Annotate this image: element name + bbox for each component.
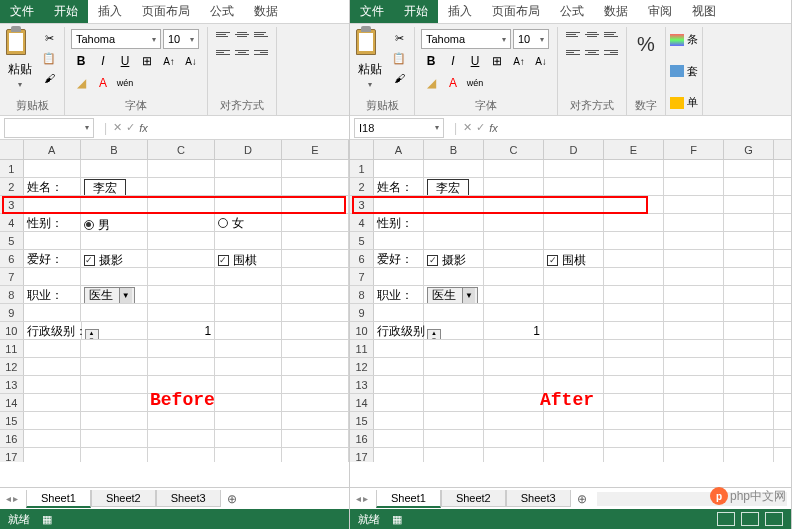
- cell[interactable]: [148, 160, 215, 177]
- cell[interactable]: [148, 196, 215, 213]
- cell[interactable]: [215, 340, 282, 357]
- radio-female[interactable]: 女: [218, 214, 244, 231]
- cell[interactable]: [424, 160, 484, 177]
- spreadsheet-grid[interactable]: A B C D E F G 12姓名：李宏34性别：56爱好：✓摄影✓围棋78职…: [350, 140, 791, 462]
- cell[interactable]: [604, 178, 664, 195]
- cell[interactable]: [724, 250, 774, 267]
- cell[interactable]: [148, 448, 215, 462]
- cell[interactable]: [724, 394, 774, 411]
- cell[interactable]: [604, 322, 664, 339]
- row-header[interactable]: 17: [0, 448, 24, 462]
- sheet-nav-last-icon[interactable]: ▸: [363, 493, 368, 504]
- cell[interactable]: [664, 160, 724, 177]
- font-color-button[interactable]: A: [93, 73, 113, 93]
- cell[interactable]: [282, 304, 349, 321]
- select-all-corner[interactable]: [350, 140, 374, 159]
- cell[interactable]: [604, 430, 664, 447]
- cell[interactable]: [215, 322, 282, 339]
- cell[interactable]: [604, 214, 664, 231]
- spreadsheet-grid[interactable]: A B C D E 12姓名：李宏34性别：男女56爱好：✓摄影✓围棋78职业：…: [0, 140, 349, 462]
- rank-spinner[interactable]: ▲▼: [427, 329, 441, 339]
- row-header[interactable]: 13: [0, 376, 24, 393]
- copy-button[interactable]: 📋: [390, 49, 408, 67]
- sheet-nav-last-icon[interactable]: ▸: [13, 493, 18, 504]
- cell[interactable]: [484, 196, 544, 213]
- row-header[interactable]: 3: [0, 196, 24, 213]
- cell[interactable]: [604, 412, 664, 429]
- cell[interactable]: [544, 196, 604, 213]
- italic-button[interactable]: I: [93, 51, 113, 71]
- cell[interactable]: [484, 250, 544, 267]
- cell[interactable]: [215, 448, 282, 462]
- cell[interactable]: ▲▼: [82, 322, 149, 339]
- row-header[interactable]: 12: [0, 358, 24, 375]
- cell[interactable]: [484, 394, 544, 411]
- cell[interactable]: [544, 412, 604, 429]
- cell[interactable]: [604, 304, 664, 321]
- cell[interactable]: [215, 232, 282, 249]
- cell[interactable]: [424, 304, 484, 321]
- sheet-nav-first-icon[interactable]: ◂: [356, 493, 361, 504]
- cell[interactable]: [215, 196, 282, 213]
- cell[interactable]: [724, 376, 774, 393]
- row-header[interactable]: 10: [0, 322, 24, 339]
- tab-insert[interactable]: 插入: [88, 0, 132, 23]
- cell[interactable]: [282, 412, 349, 429]
- cell[interactable]: [24, 448, 81, 462]
- number-format-button[interactable]: %: [633, 29, 659, 60]
- cell[interactable]: [424, 376, 484, 393]
- page-break-view-button[interactable]: [765, 512, 783, 526]
- cell[interactable]: [724, 178, 774, 195]
- row-header[interactable]: 16: [0, 430, 24, 447]
- name-box[interactable]: I18▾: [354, 118, 444, 138]
- cell[interactable]: [724, 430, 774, 447]
- cell[interactable]: 爱好：: [24, 250, 81, 267]
- cell[interactable]: 医生▼: [424, 286, 484, 303]
- cell[interactable]: [604, 286, 664, 303]
- sheet-tab[interactable]: Sheet1: [376, 490, 441, 508]
- cell[interactable]: [215, 178, 282, 195]
- cell[interactable]: [544, 232, 604, 249]
- cell[interactable]: [664, 340, 724, 357]
- cell[interactable]: [484, 178, 544, 195]
- cell[interactable]: [544, 304, 604, 321]
- row-header[interactable]: 5: [350, 232, 374, 249]
- cell[interactable]: [724, 160, 774, 177]
- cell[interactable]: 行政级别：: [374, 322, 424, 339]
- col-header[interactable]: A: [24, 140, 81, 159]
- tab-view[interactable]: 视图: [682, 0, 726, 23]
- cell[interactable]: [484, 304, 544, 321]
- macro-icon[interactable]: ▦: [392, 513, 402, 526]
- cell[interactable]: [724, 412, 774, 429]
- cell[interactable]: [282, 286, 349, 303]
- cell[interactable]: [664, 358, 724, 375]
- cell[interactable]: [604, 376, 664, 393]
- col-header[interactable]: D: [215, 140, 282, 159]
- bold-button[interactable]: B: [421, 51, 441, 71]
- cell[interactable]: [148, 268, 215, 285]
- tab-data[interactable]: 数据: [594, 0, 638, 23]
- font-color-button[interactable]: A: [443, 73, 463, 93]
- cell[interactable]: [664, 376, 724, 393]
- cell[interactable]: [484, 214, 544, 231]
- row-header[interactable]: 9: [0, 304, 24, 321]
- cell[interactable]: [424, 412, 484, 429]
- cell[interactable]: [81, 268, 148, 285]
- name-box[interactable]: ▾: [4, 118, 94, 138]
- checkbox-hobby2[interactable]: ✓围棋: [218, 251, 257, 267]
- cell[interactable]: [215, 358, 282, 375]
- cell[interactable]: [81, 394, 148, 411]
- cell[interactable]: [148, 214, 215, 231]
- cell[interactable]: ✓围棋: [544, 250, 604, 267]
- cell-style-button[interactable]: 单: [670, 94, 698, 111]
- cell[interactable]: 爱好：: [374, 250, 424, 267]
- row-header[interactable]: 8: [0, 286, 24, 303]
- cell[interactable]: [484, 430, 544, 447]
- tab-layout[interactable]: 页面布局: [482, 0, 550, 23]
- rank-spinner[interactable]: ▲▼: [85, 329, 99, 339]
- row-header[interactable]: 2: [350, 178, 374, 195]
- cell[interactable]: [544, 430, 604, 447]
- cell[interactable]: [81, 232, 148, 249]
- cell[interactable]: [484, 232, 544, 249]
- cell[interactable]: [424, 430, 484, 447]
